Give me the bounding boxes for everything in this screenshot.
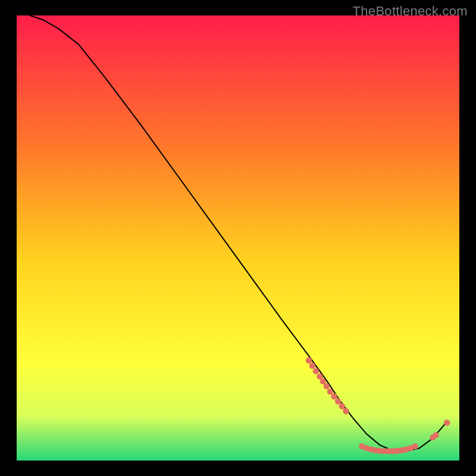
- watermark-text: TheBottleneck.com: [353, 4, 468, 19]
- gradient-background: [17, 15, 459, 461]
- scatter-point: [309, 363, 315, 369]
- scatter-point: [412, 443, 418, 449]
- scatter-point: [339, 403, 345, 409]
- scatter-point: [327, 389, 333, 394]
- chart-frame: TheBottleneck.com: [0, 0, 476, 476]
- scatter-point: [335, 398, 341, 404]
- scatter-point: [433, 432, 439, 438]
- scatter-point: [331, 393, 337, 399]
- plot-area: [17, 15, 459, 461]
- scatter-point: [313, 368, 319, 374]
- scatter-point: [444, 419, 450, 425]
- chart-svg: [17, 15, 459, 461]
- scatter-point: [306, 358, 312, 364]
- scatter-point: [324, 383, 330, 389]
- scatter-point: [343, 408, 349, 414]
